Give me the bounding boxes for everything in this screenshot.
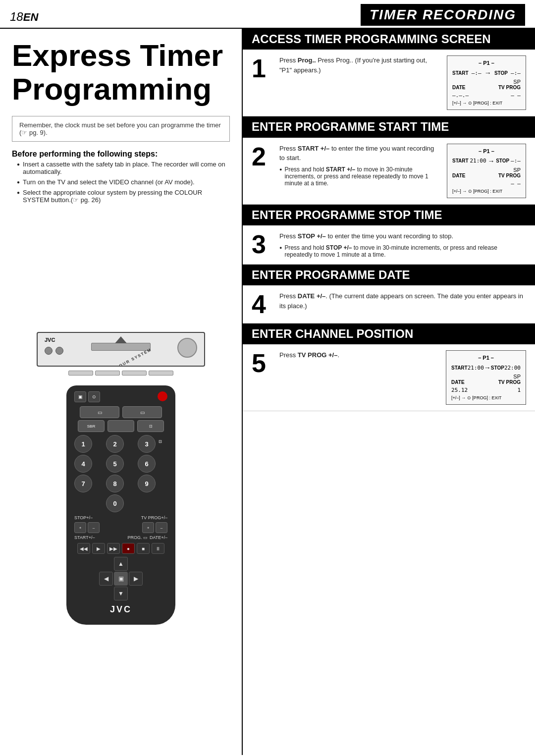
screen-5-date-val-row: 25.12 1 [451,387,521,393]
step-1-body: 1 Press Prog.. Press Prog.. (If you're j… [243,50,535,116]
remote-num-7[interactable]: 7 [74,475,92,492]
step-4-heading: ENTER PROGRAMME DATE [252,268,410,281]
step-2-text-area: Press START +/– to enter the time you wa… [279,144,438,187]
stop-plus-label: STOP+/– [74,515,93,520]
remote-num-3[interactable]: 3⊡ [138,435,156,453]
step-5-section: ENTER CHANNEL POSITION 5 Press TV PROG +… [243,324,535,411]
remote-power-button[interactable] [158,391,167,401]
remote-num-5[interactable]: 5 [106,455,124,473]
step-1-content: Press Prog.. Press Prog.. (If you're jus… [279,55,526,110]
remote-num-2[interactable]: 2 [106,435,124,453]
remote-num-1[interactable]: 1 [74,435,92,453]
remote-num-0[interactable]: 0 [106,494,124,512]
vcr-body: JVC COLOUR SYSTEM [37,332,205,367]
remote-button[interactable] [107,420,134,432]
remote-start-minus[interactable]: – [88,522,100,533]
step-5-row: 5 Press TV PROG +/–. – P1 – START 21:00 [252,350,526,405]
dpad-right[interactable]: ▶ [129,572,143,586]
step-2-body: 2 Press START +/– to enter the time you … [243,138,535,205]
stop-button[interactable]: ■ [137,543,150,554]
vcr-button [55,347,63,355]
prog-label: PROG. ▭ [127,535,148,540]
right-column: ACCESS TIMER PROGRAMMING SCREEN 1 Press … [243,29,535,755]
remote-btn-row: SBR ⊡ [74,420,167,432]
remote-num-4[interactable]: 4 [74,455,92,473]
screen-sp: SP [452,79,521,85]
step-5-content: Press TV PROG +/–. – P1 – START 21:00 → … [279,350,526,405]
vcr-front-btn [149,371,173,376]
before-steps-section: Before performing the following steps: I… [12,150,230,207]
remote-button[interactable]: ⊙ [88,391,100,402]
rewind-button[interactable]: ◀◀ [77,543,90,554]
screen-start-label: START [452,70,469,76]
fast-forward-button[interactable]: ▶▶ [107,543,120,554]
remote-button[interactable]: ▭ [80,406,119,418]
step-2-inner: Press START +/– to enter the time you wa… [279,144,526,198]
remote-bottom-row-labels: START+/– PROG. ▭ DATE+/– [74,535,167,540]
step-5-number: 5 [252,350,273,405]
remote-transport: ◀◀ ▶ ▶▶ ● ■ ⏸ [74,543,167,554]
remote-tvprog-minus[interactable]: – [156,522,167,533]
dpad-center[interactable]: ▣ [114,572,128,586]
start-plus-label: START+/– [74,535,95,540]
screen-5-stop-value: 22:00 [504,365,521,371]
date-plus-label: DATE+/– [150,535,167,540]
pause-button[interactable]: ⏸ [152,543,164,554]
screen-5-start-row: START 21:00 → STOP 22:00 [451,364,521,372]
step-5-inner: Press TV PROG +/–. – P1 – START 21:00 → … [279,350,526,405]
remote-num-8[interactable]: 8 [106,475,124,492]
step-3-number: 3 [252,231,273,258]
screen-2-tvprog-value: – – [511,180,521,187]
screen-2-start-label: START [452,158,469,163]
remote-num-9[interactable]: 9 [138,475,156,492]
screen-1-title: – P1 – [452,60,521,66]
left-column: Express Timer Programming Remember, the … [0,29,243,755]
step-5-description: Press TV PROG +/–. [279,350,437,360]
record-button[interactable]: ● [122,543,135,554]
remote-btn-row: ▭ ▭ [74,406,167,418]
dpad-left[interactable]: ◀ [99,572,113,586]
step-1-row: 1 Press Prog.. Press Prog.. (If you're j… [252,55,526,110]
step-3-row: 3 Press STOP +/– to enter the time you w… [252,231,526,258]
device-illustration: JVC COLOUR SYSTEM [12,212,230,745]
remote-button[interactable]: ▭ [122,406,162,418]
before-steps-title: Before performing the following steps: [12,150,230,159]
step-3-heading: ENTER PROGRAMME STOP TIME [252,208,442,221]
screen-2-title: – P1 – [452,148,521,154]
step-4-header: ENTER PROGRAMME DATE [243,265,535,285]
step-2-description: Press START +/– to enter the time you wa… [279,144,438,163]
remote-button[interactable]: ▣ [74,391,86,402]
dpad-placeholder [99,587,113,600]
vcr-front-btn [122,371,147,376]
screen-2-footer: [+/–] → ⊙ [PROG] : EXIT [452,189,521,194]
screen-2-stop-value: –:– [511,158,521,164]
clock-note: Remember, the clock must be set before y… [12,116,230,142]
remote-button[interactable]: ⊡ [137,420,164,432]
remote-num-6[interactable]: 6 [138,455,156,473]
dpad-down[interactable]: ▼ [114,587,128,600]
vcr-tape-slot [91,343,151,351]
remote-button[interactable]: SBR [78,420,105,432]
page-suffix: EN [23,11,39,23]
remote-numpad: 1 2 3⊡ 4 5 6 7 8 9 0 [74,435,167,512]
prog-date-labels: PROG. ▭ DATE+/– [127,535,167,540]
screen-2-stop-label: STOP [496,158,509,163]
vcr-controls [45,347,63,355]
dpad-placeholder [129,557,143,571]
dpad-up[interactable]: ▲ [114,557,128,571]
step-4-row: 4 Press DATE +/–. (The current date appe… [252,291,526,317]
remote-start-plus[interactable]: + [74,522,86,533]
page-title: Express Timer Programming [12,39,230,106]
screen-2-tvprog-label: TV PROG [498,173,521,178]
screen-5-tvprog-value: 1 [517,387,521,393]
screen-start-value: –:– [472,70,482,76]
remote-side-labels: STOP+/– TV PROG+/– [74,515,167,520]
screen-5-sp: SP [451,374,521,379]
remote-tvprog-plus[interactable]: + [142,522,154,533]
step-5-heading: ENTER CHANNEL POSITION [252,327,413,340]
screen-1-start-row: START –:– → STOP –:– [452,69,521,77]
vcr-unit: JVC COLOUR SYSTEM [37,332,205,378]
vcr-brand: JVC [45,337,55,343]
screen-2-date-label: DATE [452,173,465,178]
play-button[interactable]: ▶ [92,543,105,554]
